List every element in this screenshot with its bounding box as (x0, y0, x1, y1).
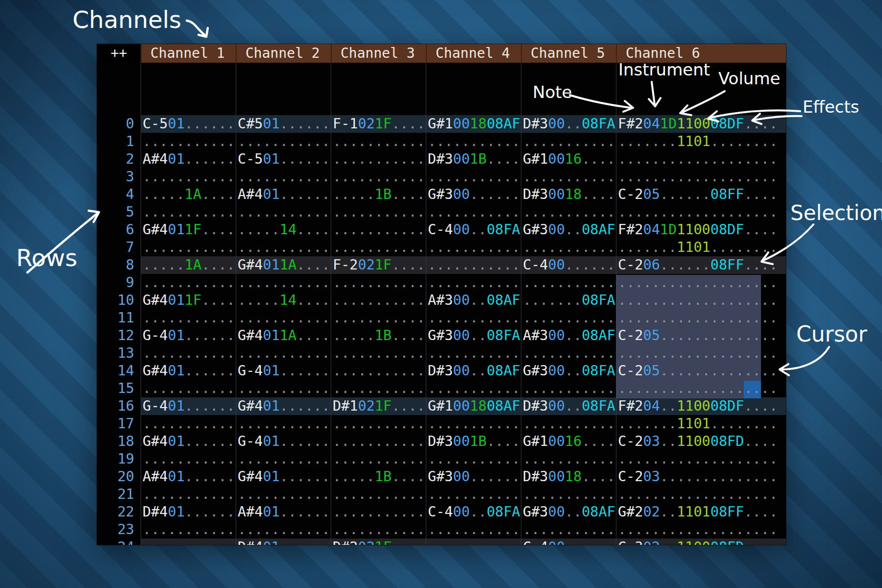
pattern-cell-r0-ch4[interactable]: G#1001808AF (426, 115, 521, 133)
pattern-cell-r22-ch2[interactable]: A#401...... (236, 503, 331, 521)
pattern-cell-r13-ch5[interactable]: ........... (521, 344, 616, 362)
pattern-cell-r5-ch3[interactable]: ........... (331, 203, 426, 221)
pattern-cell-r15-ch1[interactable]: ........... (141, 380, 236, 397)
pattern-cell-r14-ch1[interactable]: G#401...... (141, 362, 236, 380)
pattern-cell-r11-ch1[interactable]: ........... (141, 309, 236, 327)
pattern-cell-r2-ch3[interactable]: ........... (331, 150, 426, 168)
pattern-cell-r3-ch2[interactable]: ........... (236, 168, 331, 186)
pattern-cell-r3-ch5[interactable]: ........... (521, 168, 616, 186)
pattern-cell-r20-ch3[interactable]: .....1B.... (331, 468, 426, 486)
pattern-cell-r1-ch2[interactable]: ........... (236, 133, 331, 150)
channel-header-1[interactable]: Channel 1 (141, 44, 236, 63)
pattern-cell-r9-ch5[interactable]: ........... (521, 274, 616, 292)
pattern-cell-r23-ch1[interactable]: ........... (141, 521, 236, 539)
pattern-cell-r0-ch5[interactable]: D#300..08FA (521, 115, 616, 133)
pattern-cell-r24-ch3[interactable]: D#2021F.... (331, 539, 426, 545)
pattern-cell-r5-ch4[interactable]: ........... (426, 203, 521, 221)
pattern-cell-r17-ch5[interactable]: ........... (521, 415, 616, 433)
pattern-cell-r24-ch4[interactable]: ........... (426, 539, 521, 545)
pattern-cell-r24-ch6[interactable]: C-302..110008FD.... (616, 539, 786, 545)
pattern-cell-r12-ch1[interactable]: G-401...... (141, 327, 236, 344)
pattern-cell-r22-ch1[interactable]: D#401...... (141, 503, 236, 521)
pattern-cell-r24-ch5[interactable]: C-400...... (521, 539, 616, 545)
pattern-cell-r18-ch1[interactable]: G#401...... (141, 433, 236, 450)
pattern-cell-r0-ch2[interactable]: C#501...... (236, 115, 331, 133)
pattern-cell-r18-ch6[interactable]: C-203..110008FD.... (616, 433, 786, 450)
pattern-cell-r12-ch5[interactable]: A#300..08AF (521, 327, 616, 344)
pattern-cell-r7-ch5[interactable]: ........... (521, 239, 616, 256)
pattern-cell-r20-ch1[interactable]: A#401...... (141, 468, 236, 486)
pattern-cell-r15-ch5[interactable]: ........... (521, 380, 616, 397)
pattern-cell-r15-ch3[interactable]: ........... (331, 380, 426, 397)
pattern-cell-r5-ch6[interactable]: ................... (616, 203, 786, 221)
pattern-cell-r19-ch1[interactable]: ........... (141, 450, 236, 468)
pattern-cell-r20-ch5[interactable]: D#30018.... (521, 468, 616, 486)
pattern-cell-r13-ch3[interactable]: ........... (331, 344, 426, 362)
pattern-cell-r0-ch3[interactable]: F-1021F.... (331, 115, 426, 133)
pattern-cell-r5-ch2[interactable]: ........... (236, 203, 331, 221)
pattern-cell-r17-ch6[interactable]: .......1101........ (616, 415, 786, 433)
pattern-cell-r6-ch1[interactable]: G#4011F.... (141, 221, 236, 239)
pattern-cell-r2-ch1[interactable]: A#401...... (141, 150, 236, 168)
pattern-cell-r23-ch6[interactable]: ................... (616, 521, 786, 539)
pattern-cell-r17-ch1[interactable]: ........... (141, 415, 236, 433)
pattern-cell-r4-ch3[interactable]: .....1B.... (331, 186, 426, 203)
pattern-cell-r3-ch3[interactable]: ........... (331, 168, 426, 186)
pattern-cell-r9-ch4[interactable]: ........... (426, 274, 521, 292)
pattern-cell-r7-ch3[interactable]: ........... (331, 239, 426, 256)
pattern-cell-r12-ch3[interactable]: .....1B.... (331, 327, 426, 344)
order-corner-cell[interactable]: ++ (97, 44, 141, 63)
pattern-cell-r11-ch6[interactable]: ................... (616, 309, 786, 327)
pattern-cell-r7-ch4[interactable]: ........... (426, 239, 521, 256)
pattern-cell-r18-ch2[interactable]: G-401...... (236, 433, 331, 450)
pattern-cell-r23-ch4[interactable]: ........... (426, 521, 521, 539)
pattern-cell-r23-ch2[interactable]: ........... (236, 521, 331, 539)
pattern-cell-r8-ch5[interactable]: C-400...... (521, 256, 616, 274)
pattern-cell-r22-ch5[interactable]: G#300..08AF (521, 503, 616, 521)
pattern-cell-r6-ch3[interactable]: ........... (331, 221, 426, 239)
channel-header-5[interactable]: Channel 5 (521, 44, 616, 63)
pattern-cell-r16-ch3[interactable]: D#1021F.... (331, 397, 426, 415)
pattern-cell-r8-ch6[interactable]: C-206......08FF.... (616, 256, 786, 274)
pattern-cell-r14-ch5[interactable]: G#300..08FA (521, 362, 616, 380)
pattern-cell-r10-ch4[interactable]: A#300..08AF (426, 292, 521, 309)
pattern-cell-r21-ch5[interactable]: ........... (521, 486, 616, 503)
pattern-cell-r10-ch1[interactable]: G#4011F.... (141, 292, 236, 309)
pattern-cell-r0-ch6[interactable]: F#2041D110008DF.... (616, 115, 786, 133)
pattern-cell-r16-ch2[interactable]: G#401...... (236, 397, 331, 415)
pattern-cell-r12-ch2[interactable]: G#4011A.... (236, 327, 331, 344)
pattern-cell-r0-ch1[interactable]: C-501...... (141, 115, 236, 133)
pattern-cell-r6-ch6[interactable]: F#2041D110008DF.... (616, 221, 786, 239)
pattern-cell-r16-ch5[interactable]: D#300..08FA (521, 397, 616, 415)
pattern-cell-r23-ch5[interactable]: ........... (521, 521, 616, 539)
pattern-cell-r20-ch6[interactable]: C-203.............. (616, 468, 786, 486)
pattern-cell-r8-ch1[interactable]: .....1A.... (141, 256, 236, 274)
pattern-cell-r4-ch4[interactable]: G#300...... (426, 186, 521, 203)
pattern-cell-r7-ch1[interactable]: ........... (141, 239, 236, 256)
pattern-cell-r13-ch6[interactable]: ................... (616, 344, 786, 362)
pattern-cell-r21-ch1[interactable]: ........... (141, 486, 236, 503)
pattern-cell-r15-ch2[interactable]: ........... (236, 380, 331, 397)
pattern-cell-r9-ch2[interactable]: ........... (236, 274, 331, 292)
pattern-cell-r15-ch4[interactable]: ........... (426, 380, 521, 397)
pattern-cell-r4-ch5[interactable]: D#30018.... (521, 186, 616, 203)
pattern-cell-r11-ch2[interactable]: ........... (236, 309, 331, 327)
pattern-cell-r17-ch2[interactable]: ........... (236, 415, 331, 433)
pattern-cell-r11-ch3[interactable]: ........... (331, 309, 426, 327)
pattern-cell-r1-ch6[interactable]: .......1101........ (616, 133, 786, 150)
pattern-cell-r19-ch4[interactable]: ........... (426, 450, 521, 468)
pattern-cell-r10-ch2[interactable]: .....14.... (236, 292, 331, 309)
pattern-cell-r16-ch1[interactable]: G-401...... (141, 397, 236, 415)
pattern-cell-r19-ch6[interactable]: ................... (616, 450, 786, 468)
pattern-cell-r6-ch4[interactable]: C-400..08FA (426, 221, 521, 239)
pattern-cell-r22-ch4[interactable]: C-400..08FA (426, 503, 521, 521)
pattern-cell-r14-ch6[interactable]: C-205.............. (616, 362, 786, 380)
pattern-cell-r20-ch4[interactable]: G#300...... (426, 468, 521, 486)
pattern-cell-r9-ch1[interactable]: ........... (141, 274, 236, 292)
pattern-cell-r21-ch6[interactable]: ................... (616, 486, 786, 503)
pattern-cell-r12-ch6[interactable]: C-205.............. (616, 327, 786, 344)
channel-header-2[interactable]: Channel 2 (236, 44, 331, 63)
pattern-cell-r7-ch6[interactable]: .......1101........ (616, 239, 786, 256)
pattern-cell-r23-ch3[interactable]: ........... (331, 521, 426, 539)
pattern-cell-r4-ch6[interactable]: C-205......08FF.... (616, 186, 786, 203)
